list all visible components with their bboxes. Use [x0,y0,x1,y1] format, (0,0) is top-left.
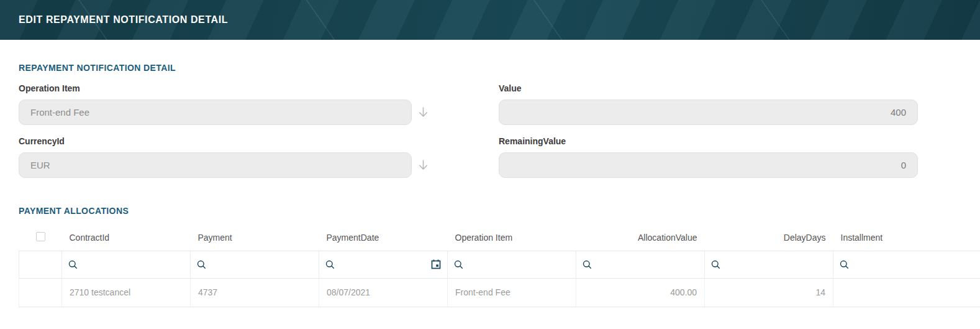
value-field[interactable] [499,100,918,125]
payment-allocations-table: ContractId Payment PaymentDate Operation… [19,225,980,307]
cell-installment [833,278,980,307]
form-row-1: Operation Item Value [19,83,980,125]
search-icon[interactable] [840,260,849,269]
chevron-down-icon[interactable] [417,106,430,119]
page-title: EDIT REPAYMENT NOTIFICATION DETAIL [19,14,228,25]
column-header-contractid[interactable]: ContractId [62,225,191,251]
form-row-2: CurrencyId RemainingValue [19,136,980,178]
currency-id-label: CurrencyId [19,136,430,146]
column-header-paymentdate[interactable]: PaymentDate [319,225,448,251]
cell-delaydays: 14 [705,278,833,307]
value-label: Value [499,83,918,93]
cell-operation-item: Front-end Fee [448,278,576,307]
operation-item-select[interactable] [19,100,412,125]
search-icon[interactable] [583,260,592,269]
search-icon[interactable] [325,260,335,269]
cell-contractid: 2710 testcancel [62,278,191,307]
chevron-down-icon[interactable] [417,159,430,172]
page-header: EDIT REPAYMENT NOTIFICATION DETAIL [0,0,980,40]
column-header-allocationvalue[interactable]: AllocationValue [576,225,705,251]
column-header-payment[interactable]: Payment [191,225,319,251]
currency-id-select[interactable] [19,152,412,178]
column-header-operation-item[interactable]: Operation Item [448,225,576,251]
cell-allocationvalue: 400.00 [576,278,705,307]
table-header-row: ContractId Payment PaymentDate Operation… [19,225,980,251]
calendar-icon[interactable] [431,259,441,269]
remaining-value-field[interactable] [499,152,918,178]
column-header-delaydays[interactable]: DelayDays [705,225,833,251]
cell-paymentdate: 08/07/2021 [319,278,448,307]
select-all-checkbox[interactable] [36,232,45,241]
remaining-value-label: RemainingValue [499,136,918,146]
allocations-section-title: PAYMENT ALLOCATIONS [19,206,980,216]
table-row[interactable]: 2710 testcancel 4737 08/07/2021 Front-en… [19,278,980,307]
search-icon[interactable] [68,260,78,269]
search-icon[interactable] [197,260,206,269]
detail-section-title: REPAYMENT NOTIFICATION DETAIL [19,63,980,73]
table-filter-row [19,251,980,278]
operation-item-label: Operation Item [19,83,430,93]
search-icon[interactable] [454,260,463,269]
column-header-installment[interactable]: Installment [833,225,980,251]
search-icon[interactable] [711,260,720,269]
cell-payment: 4737 [191,278,319,307]
